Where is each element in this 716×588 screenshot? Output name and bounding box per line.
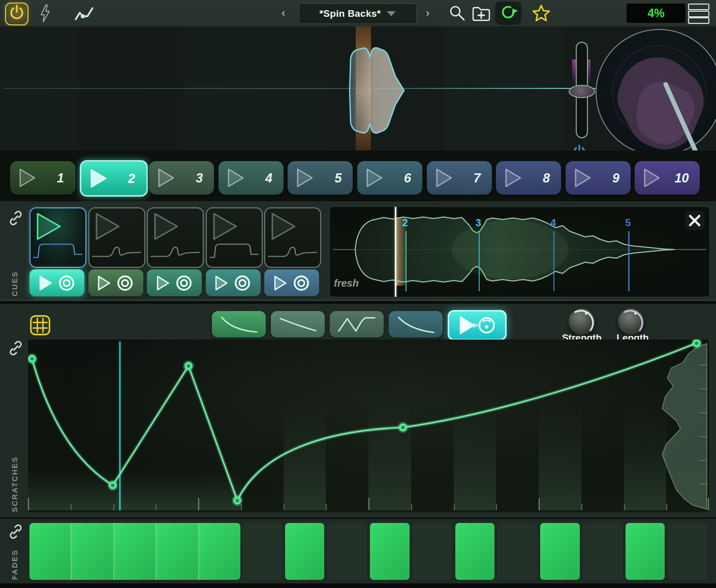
cue-play-icon[interactable]: [273, 274, 287, 292]
cue-waveform-overview[interactable]: 2345 fresh: [329, 206, 710, 297]
cue-play-record-4[interactable]: [206, 269, 261, 296]
cue-marker-line: [406, 231, 407, 291]
cues-link-icon[interactable]: [8, 210, 23, 226]
fade-step-16[interactable]: [668, 523, 707, 580]
fade-step-15[interactable]: [626, 523, 665, 580]
preset-prev-button[interactable]: ‹: [282, 5, 285, 21]
fade-step-14[interactable]: [583, 523, 622, 580]
cue-slot-4[interactable]: [206, 207, 263, 268]
pad-number: 9: [592, 171, 619, 185]
cue-marker-number: 5: [625, 217, 631, 229]
fade-step-2[interactable]: [71, 523, 114, 580]
fade-step-3[interactable]: [113, 523, 157, 580]
envelope-point-5[interactable]: [397, 422, 409, 433]
fade-step-6[interactable]: [242, 523, 282, 580]
pad-7[interactable]: 7: [427, 161, 492, 195]
scratch-preset-5-play-dial[interactable]: [448, 310, 507, 341]
envelope-point-1[interactable]: [28, 353, 38, 364]
envelope-point-3[interactable]: [183, 360, 194, 372]
scratch-playhead[interactable]: [119, 342, 121, 510]
track-name: fresh: [334, 277, 359, 289]
play-icon: [17, 167, 37, 189]
cue-record-icon[interactable]: [292, 273, 311, 293]
pad-number: 1: [37, 171, 64, 185]
waveform-mode-icon[interactable]: [74, 6, 97, 21]
search-icon[interactable]: [448, 4, 466, 22]
scratch-preset-1-exp-down[interactable]: [212, 311, 266, 337]
curve-shape-icon: [222, 317, 257, 332]
cue-record-icon[interactable]: [57, 273, 76, 293]
scratch-preset-3-zigzag[interactable]: [330, 311, 384, 337]
close-button[interactable]: [685, 211, 704, 230]
scratches-link-icon[interactable]: [8, 341, 23, 356]
cue-record-icon[interactable]: [174, 273, 194, 293]
pad-2[interactable]: 2: [80, 160, 148, 197]
favorite-star-icon[interactable]: [532, 4, 551, 23]
pitch-slider-handle[interactable]: [569, 85, 595, 98]
power-icon: [8, 4, 26, 23]
pad-6[interactable]: 6: [357, 161, 422, 195]
cue-marker-line: [628, 231, 630, 291]
menu-icon[interactable]: [688, 4, 709, 24]
curve-shape-icon: [338, 318, 375, 331]
pad-8[interactable]: 8: [496, 161, 561, 195]
cue-slot-1[interactable]: [29, 207, 86, 268]
fade-step-5[interactable]: [198, 523, 240, 580]
lightning-icon[interactable]: [39, 4, 52, 23]
fade-step-11[interactable]: [455, 523, 495, 580]
fade-step-4[interactable]: [155, 523, 199, 580]
fades-link-icon[interactable]: [8, 524, 23, 539]
cue-play-icon[interactable]: [155, 274, 170, 292]
preset-next-button[interactable]: ›: [426, 5, 429, 21]
fade-step-9[interactable]: [370, 523, 410, 580]
cue-play-record-5[interactable]: [264, 269, 319, 296]
play-icon: [364, 167, 384, 189]
deck-waveform-panel[interactable]: [0, 26, 716, 150]
curve-shape-icon: [281, 319, 316, 331]
scratches-label: SCRATCHES: [10, 452, 19, 512]
cue-record-icon[interactable]: [233, 273, 252, 293]
cue-play-icon[interactable]: [38, 274, 52, 292]
tempo-display[interactable]: 4%: [627, 4, 686, 23]
envelope-point-4[interactable]: [232, 495, 243, 506]
toolbar: ‹ *Spin Backs* › 4%: [0, 0, 716, 27]
cue-play-icon[interactable]: [97, 274, 111, 292]
close-icon: [688, 214, 701, 227]
loop-button[interactable]: [495, 2, 521, 25]
cue-play-icon[interactable]: [214, 274, 228, 292]
turntable[interactable]: [589, 26, 716, 150]
pad-1[interactable]: 1: [10, 161, 75, 195]
fade-step-1[interactable]: [29, 523, 71, 580]
cue-play-record-1[interactable]: [29, 269, 84, 296]
overview-waveform: [330, 207, 709, 297]
cue-slot-2[interactable]: [88, 207, 145, 268]
fade-step-10[interactable]: [413, 523, 452, 580]
cue-record-icon[interactable]: [115, 273, 135, 293]
fade-step-7[interactable]: [285, 523, 325, 580]
play-icon: [214, 214, 236, 239]
grid-snap-button[interactable]: [29, 314, 51, 336]
scratch-envelope-editor[interactable]: [28, 339, 709, 512]
pad-3[interactable]: 3: [149, 161, 214, 195]
overview-playhead[interactable]: [395, 207, 396, 297]
scratch-preset-4-exp-down2[interactable]: [389, 311, 443, 337]
envelope-point-2[interactable]: [107, 480, 118, 491]
scratch-preset-2-lin-down[interactable]: [271, 311, 325, 337]
fade-step-8[interactable]: [327, 523, 367, 580]
fade-step-12[interactable]: [497, 523, 537, 580]
add-folder-icon[interactable]: [471, 5, 491, 22]
cue-play-record-2[interactable]: [88, 269, 143, 296]
pad-4[interactable]: 4: [219, 161, 284, 195]
deck-waveform-blob: [325, 26, 457, 150]
preset-selector[interactable]: *Spin Backs*: [299, 4, 417, 24]
pad-10[interactable]: 10: [635, 161, 700, 195]
fade-step-13[interactable]: [540, 523, 580, 580]
pad-9[interactable]: 9: [566, 161, 631, 195]
pad-5[interactable]: 5: [288, 161, 353, 195]
power-button[interactable]: [5, 3, 28, 25]
cue-thumbnail-waveform: [92, 247, 141, 256]
cue-slot-3[interactable]: [147, 207, 204, 268]
cue-play-record-3[interactable]: [147, 269, 202, 296]
cue-slot-5[interactable]: [264, 207, 321, 268]
play-icon: [88, 168, 108, 189]
